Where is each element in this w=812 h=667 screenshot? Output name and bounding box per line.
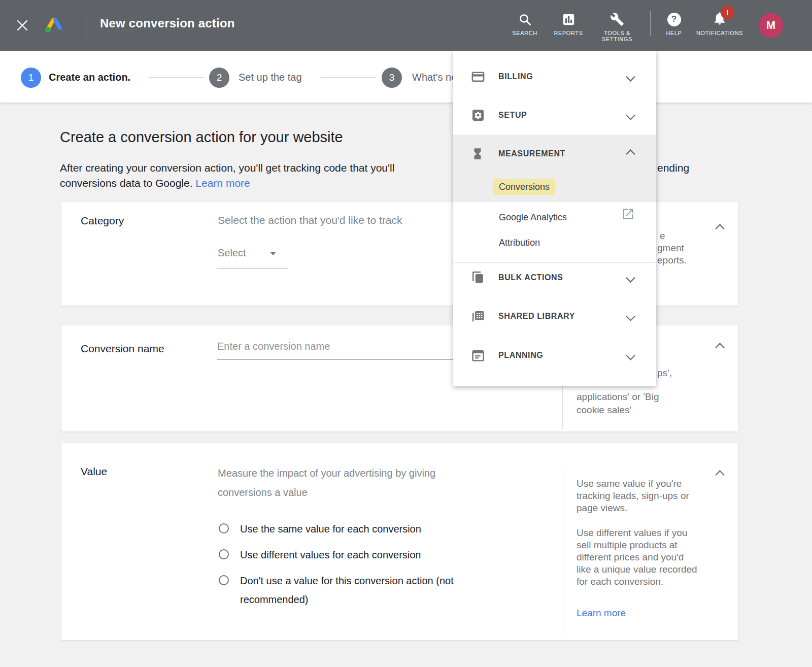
radio-same-value[interactable] — [219, 523, 229, 533]
value-card: Value Measure the impact of your adverti… — [61, 443, 738, 641]
intro-line1-fragment: ending — [657, 160, 689, 176]
category-hint: Select the action that you'd like to tra… — [218, 214, 402, 226]
conversions-highlight: Conversions — [493, 179, 555, 195]
chevron-up-icon — [715, 470, 724, 479]
step-2-label: Set up the tag — [239, 72, 302, 83]
header-divider — [86, 12, 86, 39]
step-1-circle: 1 — [21, 68, 41, 88]
intro-line2-text: conversions data to Google. — [60, 177, 193, 189]
help-panel-divider — [563, 468, 563, 635]
chevron-down-icon — [626, 72, 635, 81]
step-2-circle: 2 — [209, 68, 229, 88]
reports-icon — [546, 11, 591, 27]
value-option-row: Use the same value for each conversion — [219, 520, 524, 539]
radio-no-value[interactable] — [219, 575, 229, 585]
chevron-down-icon — [626, 273, 635, 282]
conversion-name-label: Conversion name — [81, 343, 164, 355]
value-description: Measure the impact of your advertising b… — [218, 463, 484, 502]
menu-divider — [453, 262, 656, 263]
tools-settings-button[interactable]: TOOLS & SETTINGS — [588, 11, 647, 42]
chevron-up-icon — [715, 224, 724, 233]
menu-item-planning[interactable]: PLANNING — [453, 342, 656, 369]
radio-label: Don't use a value for this conversion ac… — [240, 572, 524, 609]
radio-label: Use the same value for each conversion — [240, 520, 524, 539]
step-connector — [149, 77, 205, 78]
name-help-fragments: applications' or 'Big cookie sales' — [577, 390, 659, 417]
select-underline — [217, 269, 288, 269]
library-grid-icon — [471, 309, 485, 323]
category-label: Category — [81, 215, 124, 227]
google-ads-logo-icon — [43, 13, 66, 37]
select-value: Select — [218, 247, 246, 258]
bell-icon: ! — [712, 11, 727, 28]
learn-more-link[interactable]: Learn more — [195, 177, 250, 189]
help-icon: ? — [654, 11, 694, 27]
menu-item-billing[interactable]: BILLING — [453, 63, 656, 90]
menu-item-shared-library[interactable]: SHARED LIBRARY — [453, 303, 656, 329]
header-divider-2 — [650, 11, 651, 36]
radio-different-values[interactable] — [219, 549, 229, 559]
menu-item-google-analytics[interactable]: Google Analytics — [499, 212, 567, 223]
value-option-row: Use different values for each conversion — [219, 546, 524, 564]
learn-more-link[interactable]: Learn more — [577, 608, 626, 618]
collapse-section-button[interactable] — [717, 344, 723, 353]
hourglass-icon — [471, 147, 485, 161]
caret-down-icon — [270, 252, 276, 255]
menu-item-setup[interactable]: SETUP — [453, 102, 656, 128]
category-help-fragments: e gment eports. — [657, 230, 687, 266]
notifications-button[interactable]: ! NOTIFICATIONS — [689, 11, 750, 36]
chevron-up-icon — [626, 149, 635, 158]
calendar-icon — [471, 348, 485, 362]
avatar[interactable]: M — [759, 13, 783, 38]
chevron-up-icon — [715, 343, 724, 352]
reports-button[interactable]: REPORTS — [546, 11, 591, 36]
search-icon — [502, 11, 547, 27]
category-select[interactable]: Select — [218, 247, 276, 259]
gear-icon — [471, 108, 485, 122]
menu-item-conversions[interactable]: Conversions — [499, 182, 555, 192]
value-help-p2: Use different values if you sell multipl… — [577, 527, 697, 588]
step-1-label: Create an action. — [49, 72, 130, 83]
chevron-down-icon — [626, 312, 635, 321]
value-label: Value — [81, 465, 107, 478]
radio-label: Use different values for each conversion — [240, 546, 524, 564]
intro-line2: conversions data to Google. Learn more — [60, 176, 250, 191]
billing-card-icon — [471, 70, 485, 84]
notification-badge: ! — [721, 6, 734, 19]
main-heading: Create a conversion action for your webs… — [60, 129, 343, 146]
tools-settings-menu: BILLING SETUP MEASUREMENT Conversions Go… — [453, 51, 656, 386]
page-title: New conversion action — [100, 16, 235, 30]
collapse-section-button[interactable] — [717, 225, 723, 234]
menu-item-attribution[interactable]: Attribution — [499, 238, 540, 248]
step-connector — [321, 77, 376, 78]
help-button[interactable]: ? HELP — [654, 11, 694, 36]
stepper-bar: 1 Create an action. 2 Set up the tag 3 W… — [0, 51, 812, 103]
wrench-icon — [588, 11, 647, 27]
intro-line1: After creating your conversion action, y… — [60, 160, 394, 176]
chevron-down-icon — [626, 111, 635, 120]
app-header: New conversion action SEARCH REPORTS TOO… — [0, 0, 812, 51]
search-button[interactable]: SEARCH — [502, 11, 547, 36]
collapse-section-button[interactable] — [717, 471, 723, 480]
menu-item-measurement[interactable]: MEASUREMENT — [453, 141, 656, 167]
step-3-circle: 3 — [382, 68, 402, 88]
name-help-fragment: ps', — [657, 367, 672, 379]
close-icon[interactable] — [16, 19, 29, 32]
external-link-icon[interactable] — [621, 207, 635, 223]
chevron-down-icon — [626, 351, 635, 360]
value-help-p1: Use same value if you're tracking leads,… — [577, 478, 697, 514]
copy-icon — [471, 271, 485, 285]
value-option-row: Don't use a value for this conversion ac… — [219, 572, 524, 609]
value-help-panel: Use same value if you're tracking leads,… — [577, 478, 697, 619]
menu-item-bulk-actions[interactable]: BULK ACTIONS — [453, 264, 656, 291]
